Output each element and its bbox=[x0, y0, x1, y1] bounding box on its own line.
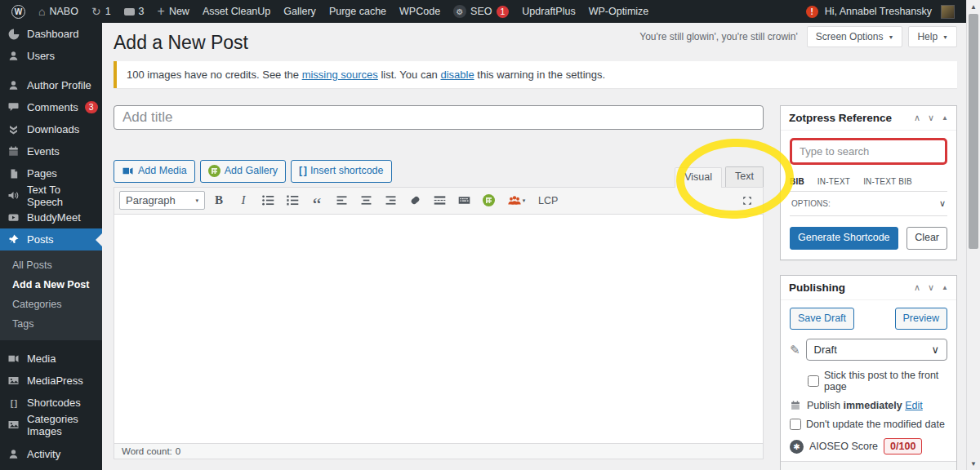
alert-icon[interactable]: ! bbox=[806, 6, 818, 18]
sidebar-item-shortcodes[interactable]: [ ] Shortcodes bbox=[0, 392, 102, 414]
sidebar-item-dashboard[interactable]: Dashboard bbox=[0, 23, 102, 45]
menu-item-updraftplus[interactable]: UpdraftPlus bbox=[515, 0, 581, 23]
scrollbar-thumb[interactable] bbox=[969, 14, 978, 249]
account-menu[interactable]: Hi, Annabel Treshansky bbox=[818, 0, 961, 23]
insert-link-button[interactable] bbox=[404, 191, 425, 211]
publish-timing-label: Publish immediately Edit bbox=[807, 400, 923, 411]
chevron-down-icon: ▾ bbox=[195, 197, 198, 204]
gallery-toolbar-button[interactable] bbox=[478, 191, 499, 211]
sidebar-item-text-to-speech[interactable]: Text To Speech bbox=[0, 184, 102, 206]
edit-publish-date-link[interactable]: Edit bbox=[905, 400, 923, 411]
missing-sources-link[interactable]: missing sources bbox=[302, 69, 378, 81]
zotpress-options-toggle[interactable]: OPTIONS: ∨ bbox=[790, 191, 947, 216]
menu-item-wp-optimize[interactable]: WP-Optimize bbox=[582, 0, 656, 23]
submenu-add-a-new-post[interactable]: Add a New Post bbox=[0, 275, 102, 295]
sidebar-label: Shortcodes bbox=[27, 397, 81, 409]
classic-editor: Paragraph ▾ B I “ bbox=[114, 187, 764, 459]
add-gallery-button[interactable]: Add Gallery bbox=[200, 160, 286, 183]
pencil-icon: ✎ bbox=[790, 343, 800, 357]
numbered-list-button[interactable] bbox=[282, 191, 303, 211]
sidebar-item-activity[interactable]: Activity bbox=[0, 443, 102, 465]
disable-warning-link[interactable]: disable bbox=[440, 69, 474, 81]
aioseo-score-badge[interactable]: 0/100 bbox=[884, 438, 922, 454]
sidebar-item-authors[interactable]: Authors bbox=[0, 465, 102, 470]
italic-button[interactable]: I bbox=[233, 191, 254, 211]
zotpress-panel-header[interactable]: Zotpress Reference ∧ ∨ ▲ bbox=[781, 106, 956, 131]
sidebar-item-pages[interactable]: Pages bbox=[0, 162, 102, 184]
zotpress-tab-in-text[interactable]: IN-TEXT bbox=[817, 177, 850, 191]
collapse-toggle-icon[interactable]: ▲ bbox=[942, 114, 948, 122]
zotpress-tab-bib[interactable]: BIB bbox=[790, 177, 804, 191]
menu-item-purge-cache[interactable]: Purge cache bbox=[323, 0, 393, 23]
clear-button[interactable]: Clear bbox=[906, 227, 947, 250]
sidebar-item-comments[interactable]: Comments 3 bbox=[0, 96, 102, 118]
menu-item-wpcode[interactable]: WPCode bbox=[393, 0, 447, 23]
more-tag-button[interactable] bbox=[429, 191, 450, 211]
tab-visual[interactable]: Visual bbox=[675, 167, 722, 188]
generate-shortcode-button[interactable]: Generate Shortcode bbox=[790, 227, 898, 250]
chevron-down-icon: ∨ bbox=[931, 344, 939, 356]
scroll-up-arrow[interactable]: ▲ bbox=[967, 0, 980, 13]
sidebar-item-users[interactable]: Users bbox=[0, 45, 102, 67]
page-scrollbar[interactable]: ▲ ▼ bbox=[966, 0, 980, 470]
stick-post-checkbox[interactable] bbox=[808, 375, 819, 387]
post-status-select[interactable]: Draft ∨ bbox=[806, 339, 947, 361]
wp-logo-menu[interactable]: W bbox=[5, 0, 32, 23]
sidebar-item-mediapress[interactable]: MediaPress bbox=[0, 370, 102, 392]
image-icon bbox=[7, 375, 20, 387]
zotpress-search-input[interactable] bbox=[790, 138, 947, 165]
menu-item-asset-cleanup[interactable]: Asset CleanUp bbox=[196, 0, 277, 23]
move-up-icon[interactable]: ∧ bbox=[914, 282, 920, 293]
lcp-button[interactable]: LCP bbox=[538, 195, 558, 206]
dont-update-date-checkbox[interactable] bbox=[790, 419, 801, 430]
screen-options-button[interactable]: Screen Options ▼ bbox=[807, 26, 903, 47]
align-right-button[interactable] bbox=[380, 191, 401, 211]
submenu-tags[interactable]: Tags bbox=[0, 314, 102, 334]
menu-item-gallery[interactable]: Gallery bbox=[277, 0, 323, 23]
comments-icon bbox=[7, 101, 20, 113]
post-title-input[interactable] bbox=[114, 105, 764, 130]
sidebar-item-downloads[interactable]: Downloads bbox=[0, 118, 102, 140]
submenu-categories[interactable]: Categories bbox=[0, 295, 102, 314]
bold-button[interactable]: B bbox=[208, 191, 229, 211]
submenu-all-posts[interactable]: All Posts bbox=[0, 255, 102, 275]
help-button[interactable]: Help ▼ bbox=[908, 26, 957, 47]
publishing-panel-header[interactable]: Publishing ∧ ∨ ▲ bbox=[781, 276, 956, 300]
updates-menu[interactable]: ↻ 1 bbox=[85, 0, 118, 23]
keyboard-shortcuts-button[interactable] bbox=[453, 191, 474, 211]
author-profile-icon bbox=[7, 79, 20, 91]
scroll-down-arrow[interactable]: ▼ bbox=[967, 457, 980, 470]
sidebar-item-buddymeet[interactable]: BuddyMeet bbox=[0, 206, 102, 228]
sidebar-item-categories-images[interactable]: Categories Images bbox=[0, 414, 102, 436]
seo-menu[interactable]: ⚙ SEO 1 bbox=[447, 0, 515, 23]
move-up-icon[interactable]: ∧ bbox=[914, 113, 920, 123]
site-name-menu[interactable]: ⌂ NABO bbox=[32, 0, 85, 23]
menu-label: Gallery bbox=[283, 6, 316, 17]
bullet-list-button[interactable] bbox=[257, 191, 278, 211]
coauthors-button[interactable]: ▾ bbox=[502, 191, 530, 211]
sidebar-item-media[interactable]: Media bbox=[0, 348, 102, 370]
move-down-icon[interactable]: ∨ bbox=[928, 282, 934, 293]
site-name-label: NABO bbox=[49, 6, 78, 17]
zotpress-tab-in-text-bib[interactable]: IN-TEXT BIB bbox=[863, 177, 912, 191]
move-down-icon[interactable]: ∨ bbox=[928, 113, 934, 123]
tab-text[interactable]: Text bbox=[725, 166, 764, 187]
preview-button[interactable]: Preview bbox=[895, 308, 947, 330]
blockquote-button[interactable]: “ bbox=[306, 191, 327, 211]
new-content-menu[interactable]: + New bbox=[151, 0, 196, 23]
sidebar-item-author-profile[interactable]: Author Profile bbox=[0, 74, 102, 96]
paragraph-format-select[interactable]: Paragraph ▾ bbox=[119, 191, 205, 210]
sidebar-item-posts[interactable]: Posts bbox=[0, 228, 102, 251]
posts-submenu: All Posts Add a New Post Categories Tags bbox=[0, 251, 102, 340]
editor-content-area[interactable] bbox=[114, 215, 763, 443]
align-center-button[interactable] bbox=[355, 191, 376, 211]
insert-shortcode-button[interactable]: [ ] Insert shortcode bbox=[291, 160, 391, 183]
people-icon bbox=[507, 193, 522, 208]
collapse-toggle-icon[interactable]: ▲ bbox=[942, 284, 948, 291]
sidebar-item-events[interactable]: Events bbox=[0, 140, 102, 162]
comments-menu[interactable]: 3 bbox=[118, 0, 151, 23]
save-draft-button[interactable]: Save Draft bbox=[790, 308, 854, 330]
fullscreen-button[interactable] bbox=[737, 191, 758, 211]
align-left-button[interactable] bbox=[331, 191, 352, 211]
add-media-button[interactable]: Add Media bbox=[114, 160, 195, 183]
